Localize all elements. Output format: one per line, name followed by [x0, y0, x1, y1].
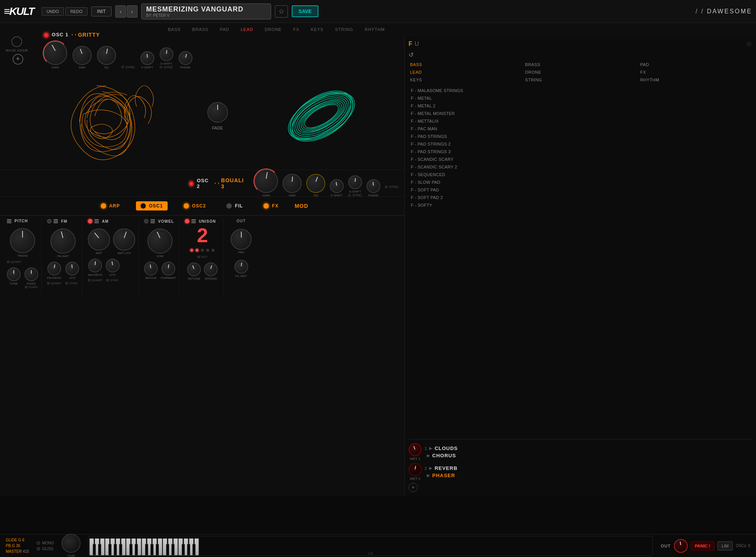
osc2-prev-button[interactable]: ‹: [215, 181, 216, 185]
mono-radio[interactable]: [37, 541, 40, 545]
am-amt-lfo-knob[interactable]: [113, 228, 135, 251]
osc1-saw-knob[interactable]: [73, 46, 92, 65]
list-item[interactable]: F - METTALIX: [409, 117, 752, 125]
osc1-sshift-knob[interactable]: [160, 47, 173, 61]
add-effect-button[interactable]: +: [409, 483, 418, 492]
prev-preset-button[interactable]: ‹: [115, 5, 126, 18]
osc2-gain-knob[interactable]: [254, 169, 278, 193]
cat-drone[interactable]: DRONE: [265, 27, 282, 32]
gliss-radio[interactable]: [37, 547, 40, 551]
adsr-circle[interactable]: [11, 36, 22, 47]
rcat-pad[interactable]: PAD: [639, 62, 752, 68]
rcat-brass[interactable]: BRASS: [523, 62, 637, 68]
reverb-name[interactable]: REVERB: [435, 465, 457, 471]
cat-brass[interactable]: BRASS: [192, 27, 208, 32]
rcat-lead[interactable]: LEAD: [409, 69, 522, 75]
list-item[interactable]: F - MALASOME STRINGS: [409, 87, 752, 94]
key-black[interactable]: [129, 544, 132, 555]
cat-string[interactable]: STRING: [335, 27, 353, 32]
rcat-keys[interactable]: KEYS: [409, 77, 522, 83]
fade-knob[interactable]: [207, 102, 228, 123]
key-black[interactable]: [156, 544, 159, 555]
rcat-bass[interactable]: BASS: [409, 62, 522, 68]
list-item[interactable]: F - PAD STRINGS 2: [409, 140, 752, 148]
lim-button[interactable]: LIM: [717, 541, 733, 551]
rcat-drone[interactable]: DRONE: [523, 69, 637, 75]
list-item[interactable]: F - SOFT PAD: [409, 186, 752, 194]
key-black[interactable]: [145, 544, 148, 555]
cat-fx[interactable]: FX: [293, 27, 299, 32]
list-item[interactable]: F - METAL: [409, 94, 752, 102]
aeioua-knob[interactable]: [144, 262, 158, 275]
key-black[interactable]: [187, 544, 190, 555]
right-fav-button[interactable]: ☆: [746, 40, 752, 48]
panic-button[interactable]: PANIC !: [691, 541, 714, 551]
cat-keys[interactable]: KEYS: [311, 27, 323, 32]
chorus-name[interactable]: CHORUS: [432, 453, 458, 458]
formant-knob[interactable]: [162, 262, 175, 275]
list-item[interactable]: F - SCANDIC SCARY 2: [409, 163, 752, 171]
spread-knob[interactable]: [204, 262, 218, 276]
clouds-name[interactable]: CLOUDS: [435, 445, 458, 451]
fil-button[interactable]: FIL: [222, 201, 247, 210]
init-button[interactable]: INIT: [91, 6, 111, 16]
wet2-knob[interactable]: [409, 463, 422, 476]
key-black[interactable]: [171, 544, 174, 555]
effect1-expand-icon[interactable]: ▶: [429, 446, 432, 451]
fm-lfo-knob[interactable]: [65, 262, 79, 275]
key-black[interactable]: [93, 544, 96, 555]
effect2-expand-icon[interactable]: ▶: [429, 466, 432, 471]
mod-button[interactable]: MOD: [295, 203, 309, 209]
wet1-knob[interactable]: [409, 443, 422, 456]
fil-wet-knob[interactable]: [234, 260, 248, 274]
key-black[interactable]: [108, 544, 111, 555]
rcat-rhythm[interactable]: RHYTHM: [639, 77, 752, 83]
favorite-button[interactable]: ☆: [275, 5, 288, 18]
phaser-name[interactable]: PHASER: [432, 473, 457, 478]
osc2-saw-knob[interactable]: [283, 174, 302, 193]
rcat-string[interactable]: STRING: [523, 77, 637, 83]
undo-button[interactable]: UNDO: [42, 7, 64, 16]
cat-bass[interactable]: BASS: [168, 27, 181, 32]
detune-knob[interactable]: [187, 262, 201, 276]
am-amt-knob[interactable]: [88, 228, 110, 251]
out-volume-knob[interactable]: [674, 539, 688, 553]
fm-ratio-knob[interactable]: [47, 262, 61, 275]
key-black[interactable]: [166, 544, 169, 555]
am-ratio-knob[interactable]: [88, 259, 102, 272]
key-black[interactable]: [192, 544, 195, 555]
vow-knob[interactable]: [147, 228, 173, 254]
osc1-gain-knob[interactable]: [44, 41, 67, 65]
next-preset-button[interactable]: ›: [127, 5, 137, 18]
cat-lead[interactable]: LEAD: [241, 27, 253, 32]
osc2-next-button[interactable]: ›: [218, 181, 220, 185]
fx-button[interactable]: FX: [259, 201, 283, 210]
list-item[interactable]: F - SLOW PAD: [409, 178, 752, 186]
key-black[interactable]: [150, 544, 153, 555]
list-item[interactable]: F - PAC MAN: [409, 125, 752, 133]
list-item[interactable]: F - SEQUENCED: [409, 171, 752, 178]
list-item[interactable]: F - SOFT PAD 2: [409, 194, 752, 201]
osc1-sq-knob[interactable]: [97, 46, 116, 65]
refresh-button[interactable]: ↺: [409, 51, 414, 58]
list-item[interactable]: F - PAD STRINGS 3: [409, 148, 752, 155]
osc2-sshift-knob[interactable]: [348, 175, 362, 189]
am-lfo-knob[interactable]: [106, 259, 120, 272]
key-black[interactable]: [182, 544, 185, 555]
time-knob[interactable]: [61, 534, 81, 553]
tune-knob[interactable]: [7, 267, 21, 281]
key-black[interactable]: [114, 544, 117, 555]
osc1-next-button[interactable]: ›: [75, 32, 76, 37]
osc1-prev-button[interactable]: ‹: [72, 32, 73, 37]
cat-rhythm[interactable]: RHYTHM: [365, 27, 385, 32]
osc2-sq-knob[interactable]: [306, 174, 325, 193]
redo-button[interactable]: REDO: [65, 7, 87, 16]
osc2-fshift-knob[interactable]: [330, 179, 344, 193]
key-black[interactable]: [135, 544, 138, 555]
cat-pad[interactable]: PAD: [220, 27, 229, 32]
trans-knob[interactable]: [10, 228, 35, 253]
list-item[interactable]: F - SCANDIC SCARY: [409, 155, 752, 163]
pan-knob[interactable]: [231, 229, 252, 250]
fm-amt-knob[interactable]: [50, 228, 76, 254]
key-black[interactable]: [119, 544, 122, 555]
